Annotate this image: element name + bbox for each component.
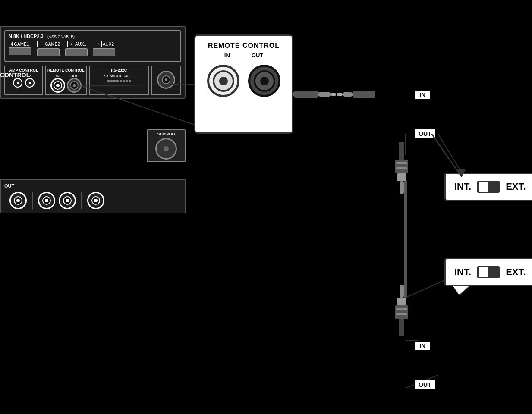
port-5-badge: 5 — [37, 41, 44, 47]
rca-plug-right — [294, 88, 337, 102]
svg-marker-32 — [453, 285, 470, 295]
remote-out-jack — [67, 78, 82, 93]
bubble-tail — [453, 285, 470, 295]
hdmi-connector-aux2 — [93, 48, 115, 56]
control-label: CONTROL — [0, 72, 30, 78]
toggle-switch-2[interactable] — [477, 266, 500, 278]
remote-control-panel-box: REMOTE CONTROL IN OUT — [45, 66, 87, 95]
out-jack-triple-1-center — [94, 199, 98, 202]
int-ext-box-2: INT. EXT. — [444, 258, 532, 286]
amp-knob-1-dot — [17, 82, 19, 84]
out-section-label: OUT — [4, 183, 181, 188]
out-jack-double-2 — [59, 192, 76, 209]
amp-knob-2-dot — [29, 82, 31, 84]
svg-rect-23 — [399, 142, 404, 160]
rs232c-dot-2 — [110, 80, 113, 82]
rs232c-dot-6 — [123, 80, 125, 82]
out-triple-ports — [82, 192, 110, 209]
subwoofer-section: SUBWOO — [147, 129, 186, 162]
remote-in-label: IN — [56, 74, 60, 78]
diagram: N 8K / HDCP2.3 (ASSIGNABLE) 4 GAME1 5 GA… — [0, 0, 532, 414]
subwoofer-jack-dot — [164, 146, 169, 151]
hdmi-label: N 8K / HDCP2.3 (ASSIGNABLE) — [9, 34, 177, 39]
svg-line-24 — [431, 134, 462, 177]
svg-rect-15 — [337, 93, 343, 96]
port-game2-label: GAME2 — [45, 42, 60, 47]
zoom-out-center — [260, 77, 269, 85]
zoom-box: REMOTE CONTROL IN OUT — [194, 34, 293, 134]
out-double-ports — [33, 192, 82, 209]
remote-in-jack — [50, 78, 65, 93]
amp-knob-1 — [13, 78, 22, 88]
toggle-knob-1 — [479, 182, 488, 192]
out-section: OUT — [0, 179, 186, 213]
rca-plug2-svg — [337, 88, 375, 100]
port-game1-label: GAME1 — [14, 42, 29, 47]
svg-rect-16 — [343, 92, 353, 97]
hdmi-section: N 8K / HDCP2.3 (ASSIGNABLE) 4 GAME1 5 GA… — [4, 30, 181, 62]
int-ext-1-ext: EXT. — [506, 181, 526, 192]
port-7-badge: 7 — [95, 41, 102, 47]
control-label-text: CONTROL — [0, 72, 30, 78]
svg-rect-19 — [397, 173, 406, 181]
out-badge-top: OUT — [414, 129, 436, 139]
svg-rect-20 — [395, 160, 408, 173]
v-rca-top-svg — [391, 142, 412, 194]
rs232c-dot-8 — [129, 80, 131, 82]
remote-control-panel-title: REMOTE CONTROL — [47, 68, 85, 72]
rs232c-box: RS-232C STRAIGHT CABLE — [89, 66, 150, 95]
remote-in-jack-center — [56, 84, 60, 87]
v-rca-bottom-svg — [391, 285, 412, 336]
straight-cable-label: STRAIGHT CABLE — [91, 74, 147, 78]
int-ext-2-ext: EXT. — [506, 267, 526, 278]
hdmi-port-5: 5 GAME2 — [36, 41, 60, 56]
extra-jack — [157, 71, 175, 89]
extra-connector-box — [151, 66, 181, 95]
svg-rect-18 — [400, 181, 404, 194]
controls-row: AMP CONTROL 1 2 — [4, 66, 181, 95]
port-aux2-label: AUX2 — [103, 42, 114, 47]
zoom-jacks — [207, 65, 280, 97]
zoom-subtitle-row: IN OUT — [224, 52, 263, 59]
out-jack-triple-1 — [87, 192, 104, 209]
rs232c-dot-1 — [107, 80, 110, 82]
port-aux1-label: AUX1 — [75, 42, 86, 47]
v-rca-top — [391, 142, 412, 196]
out-badge-2-text: OUT — [414, 380, 436, 390]
v-rca-bottom — [391, 285, 412, 338]
receiver-panel: N 8K / HDCP2.3 (ASSIGNABLE) 4 GAME1 5 GA… — [0, 26, 186, 99]
svg-rect-17 — [353, 91, 375, 98]
subwoofer-box: SUBWOO — [147, 129, 186, 162]
zoom-out-jack — [248, 65, 280, 97]
remote-out-label: OUT — [70, 74, 78, 78]
extra-jack-center — [165, 78, 167, 81]
in-badge-2-text: IN — [414, 341, 431, 351]
svg-rect-27 — [395, 305, 408, 319]
svg-rect-29 — [396, 313, 407, 315]
out-jack-single — [9, 192, 27, 209]
amp-knob-2 — [25, 78, 35, 88]
hdmi-port-7: 7 AUX2 — [93, 41, 115, 56]
rs232c-dot-5 — [120, 80, 122, 82]
zoom-out-label: OUT — [252, 52, 263, 59]
amp-control-box: AMP CONTROL 1 2 — [4, 66, 43, 95]
svg-rect-30 — [397, 298, 406, 305]
zoom-in-center — [219, 77, 228, 85]
in-badge-bottom: IN — [414, 341, 431, 351]
out-jack-double-1-center — [45, 199, 48, 202]
int-ext-2-int: INT. — [454, 267, 471, 278]
svg-rect-31 — [400, 285, 404, 298]
in-badge-1-text: IN — [414, 90, 431, 100]
hdmi-connector-5 — [37, 48, 60, 56]
hdmi-port-4: 4 GAME1 — [9, 42, 31, 55]
out-badge-bottom: OUT — [414, 380, 436, 390]
svg-rect-13 — [318, 92, 331, 97]
hdmi-assignable: (ASSIGNABLE) — [47, 34, 75, 39]
toggle-switch-1[interactable] — [477, 181, 500, 193]
svg-rect-14 — [331, 93, 336, 96]
svg-rect-21 — [396, 162, 407, 164]
out-single-port — [4, 192, 33, 209]
rs232c-title: RS-232C — [91, 68, 147, 72]
svg-line-6 — [438, 134, 462, 172]
zoom-in-ring — [213, 70, 234, 92]
